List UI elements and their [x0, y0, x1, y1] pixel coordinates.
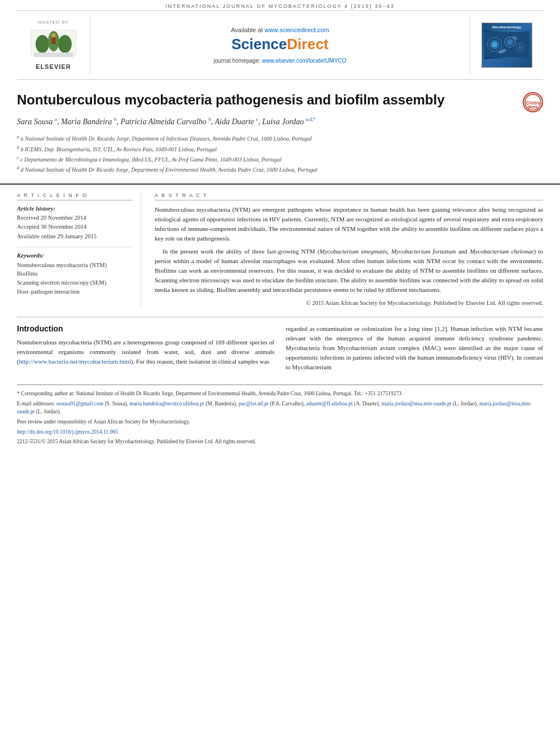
article-info-column: A R T I C L E I N F O Article history: R…	[17, 193, 141, 308]
svg-point-1	[36, 35, 49, 53]
author-aida: Aida Duarte	[215, 117, 254, 126]
keyword-host: Host–pathogen interaction	[17, 287, 133, 296]
section-divider	[17, 317, 543, 317]
doi-link[interactable]: http://dx.doi.org/10.1016/j.ijmyco.2014.…	[17, 429, 118, 435]
introduction-text-left: Nontuberculous mycobacteria (NTM) are a …	[17, 338, 274, 366]
article-history: Article history: Received 20 November 20…	[17, 205, 133, 241]
keywords-title: Keywords:	[17, 252, 133, 259]
email3-name: (P.A. Carvalho),	[270, 401, 305, 407]
page: International Journal of Mycobacteriolog…	[0, 0, 560, 747]
affiliation-b: b b ICEMS, Dep. Bioengenharia, IST, UTL,…	[17, 145, 543, 154]
author-maria: Maria Bandeira	[61, 117, 112, 126]
keyword-biofilms: Biofilms	[17, 269, 133, 278]
corresponding-note: * Corresponding author at: National Inst…	[17, 390, 543, 398]
crossmark-icon: Cross Mark	[523, 92, 543, 112]
history-title: Article history:	[17, 205, 133, 212]
top-banner: HOSTED BY ELSEVIER Available at www.scie…	[17, 10, 543, 80]
journal-homepage-url[interactable]: www.elsevier.com/locate/IJMYCO	[262, 58, 347, 64]
abstract-heading: A B S T R A C T	[155, 193, 543, 200]
article-info-heading: A R T I C L E I N F O	[17, 193, 133, 200]
email-label: E-mail addresses:	[17, 401, 55, 407]
journal-cover-box: Mycobacteriology	[470, 15, 543, 75]
intro-para1: Nontuberculous mycobacteria (NTM) are a …	[17, 338, 274, 366]
body-two-col: Introduction Nontuberculous mycobacteria…	[17, 324, 543, 375]
email5-name: (L. Jordao),	[453, 401, 478, 407]
center-banner: Available at www.sciencedirect.com Scien…	[90, 15, 470, 75]
footer-divider	[17, 385, 543, 385]
svg-rect-6	[34, 53, 73, 57]
elsevier-logo-box: HOSTED BY ELSEVIER	[17, 15, 90, 75]
available-text: Available at www.sciencedirect.com	[231, 27, 329, 33]
received-date: Received 20 November 2014	[17, 214, 133, 222]
svg-point-4	[51, 33, 56, 38]
available-date: Available online 29 January 2015	[17, 233, 133, 241]
email6-name: (L. Jordao).	[36, 409, 62, 414]
copyright-text: © 2015 Asian African Society for Mycobac…	[155, 299, 543, 308]
journal-title-header: International Journal of Mycobacteriolog…	[165, 3, 395, 9]
journal-cover-title: Mycobacteriology	[492, 25, 521, 29]
body-right-col: regarded as contamination or colonizatio…	[286, 324, 543, 375]
abstract-para2: In the present work the ability of three…	[155, 247, 543, 295]
svg-point-14	[518, 45, 522, 49]
affiliation-a: a a National Institute of Health Dr. Ric…	[17, 134, 543, 143]
issn-line: 2212-5531/© 2015 Asian African Society f…	[17, 438, 543, 446]
main-content: Introduction Nontuberculous mycobacteria…	[0, 317, 560, 375]
keyword-sem: Scanning electron microscopy (SEM)	[17, 278, 133, 287]
email2-link[interactable]: maria.bandeira@tecnico.ulisboa.pt	[129, 401, 204, 407]
journal-header: International Journal of Mycobacteriolog…	[0, 0, 560, 10]
author-patricia: Patricia Almeida Carvalho	[121, 117, 207, 126]
authors: Sara Sousa a, Maria Bandeira b, Patricia…	[17, 115, 543, 128]
svg-point-12	[507, 39, 513, 45]
sciencedirect-logo: ScienceDirect	[231, 36, 329, 53]
peer-review-note: Peer review under responsibility of Asia…	[17, 418, 543, 426]
svg-point-3	[58, 35, 72, 53]
journal-homepage-text: journal homepage: www.elsevier.com/locat…	[213, 58, 346, 64]
crossmark: Cross Mark	[523, 92, 543, 112]
email5-link[interactable]: maria.jordao@insa.min-saude.pt	[382, 401, 452, 407]
intro-para2: regarded as contamination or colonizatio…	[286, 324, 543, 372]
email1-link[interactable]: ssousa91@gmail.com	[56, 401, 103, 407]
email4-link[interactable]: aduarte@ff.ulisboa.pt	[306, 401, 352, 407]
affiliation-c: c c Departamento de Microbiologia e Imun…	[17, 155, 543, 164]
keywords-section: Keywords: Nontuberculous mycobacteria (N…	[17, 247, 133, 296]
journal-cover-icon: Mycobacteriology	[482, 23, 532, 68]
email-line: E-mail addresses: ssousa91@gmail.com (S.…	[17, 400, 543, 416]
body-left-col: Introduction Nontuberculous mycobacteria…	[17, 324, 274, 375]
article-info-abstract: A R T I C L E I N F O Article history: R…	[0, 185, 560, 308]
article-title-section: Nontuberculous mycobacteria pathogenesis…	[0, 80, 560, 185]
svg-text:Mark: Mark	[528, 105, 537, 109]
email2-name: (M. Bandeira),	[205, 401, 237, 407]
hosted-by-label: HOSTED BY	[38, 20, 69, 25]
svg-rect-5	[51, 37, 56, 44]
footer-section: * Corresponding author at: National Inst…	[0, 390, 560, 452]
svg-point-10	[492, 42, 497, 47]
affiliation-d: d d National Institute of Health Dr Rica…	[17, 165, 543, 174]
affiliations: a a National Institute of Health Dr. Ric…	[17, 134, 543, 174]
available-url[interactable]: www.sciencedirect.com	[265, 27, 329, 33]
accepted-date: Accepted 30 November 2014	[17, 223, 133, 231]
elsevier-text: ELSEVIER	[36, 63, 71, 70]
abstract-text: Nontuberculous mycobacteria (NTM) are em…	[155, 205, 543, 295]
email4-name: (A. Duarte),	[354, 401, 380, 407]
article-title: Nontuberculous mycobacteria pathogenesis…	[17, 91, 517, 108]
bacterio-link[interactable]: http://www.bacterio.net/mycobacterium.ht…	[19, 358, 131, 365]
introduction-text-right: regarded as contamination or colonizatio…	[286, 324, 543, 372]
elsevier-logo-icon	[28, 27, 79, 61]
email1-name: (S. Sousa),	[104, 401, 128, 407]
abstract-column: A B S T R A C T Nontuberculous mycobacte…	[152, 193, 543, 308]
doi-line: http://dx.doi.org/10.1016/j.ijmyco.2014.…	[17, 428, 543, 436]
author-luisa: Luisa Jordao	[262, 117, 304, 126]
abstract-para1: Nontuberculous mycobacteria (NTM) are em…	[155, 205, 543, 243]
journal-cover-image	[484, 30, 530, 59]
introduction-heading: Introduction	[17, 324, 274, 333]
author-sara: Sara Sousa	[17, 117, 53, 126]
email3-link[interactable]: pac@ist.utl.pt	[239, 401, 269, 407]
keyword-ntm: Nontuberculous mycobacteria (NTM)	[17, 261, 133, 270]
